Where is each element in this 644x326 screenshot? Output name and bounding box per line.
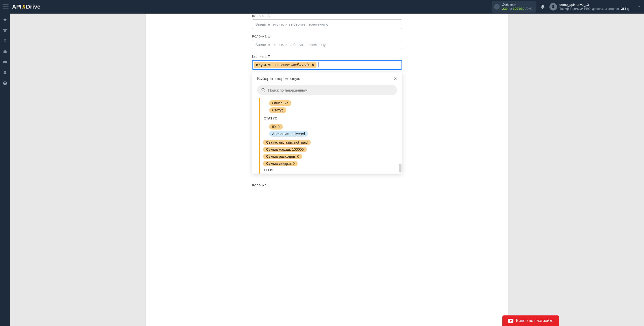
label-column-d: Колонка D — [252, 14, 402, 18]
group-label-tags: ТЕГИ — [264, 168, 396, 172]
home-icon[interactable] — [3, 18, 7, 22]
user-menu[interactable]: demo_apix-drive_s3 Тариф |Премиум PRO| д… — [549, 3, 641, 11]
dropdown-close-icon[interactable]: × — [394, 76, 397, 82]
variable-pill[interactable]: Сумма расходов: 0 — [263, 154, 302, 159]
menu-toggle[interactable] — [3, 5, 9, 9]
logo[interactable]: APIXDrive — [12, 4, 41, 10]
search-icon — [261, 88, 266, 92]
username: demo_apix-drive_s3 — [559, 3, 630, 7]
variable-pill[interactable]: ID: 9 — [269, 124, 283, 130]
help-icon[interactable] — [3, 81, 7, 86]
avatar-icon — [549, 3, 557, 11]
logo-right: Drive — [26, 4, 41, 10]
field-column-d: Колонка D — [252, 14, 402, 29]
variable-pill[interactable]: Сумма скидки: 0 — [263, 161, 298, 166]
scrollbar-thumb[interactable] — [399, 164, 401, 173]
field-column-f: Колонка F KeyCRM | Значение: «delivered»… — [252, 54, 402, 70]
input-column-d[interactable] — [252, 19, 402, 29]
dropdown-search-input[interactable] — [268, 88, 393, 92]
input-column-e[interactable] — [252, 40, 402, 49]
variable-pill-selected[interactable]: Значение: delivered — [269, 131, 308, 137]
topbar: APIXDrive i Действия: 220 из 100'000 (0%… — [0, 0, 644, 14]
field-column-l: Колонка L — [252, 183, 402, 187]
field-column-e: Колонка E — [252, 34, 402, 49]
video-help-button[interactable]: Видео по настройке — [502, 315, 559, 326]
main-content: Колонка D Колонка E Колонка F KeyCRM | З… — [10, 14, 644, 326]
selected-variable-tag[interactable]: KeyCRM | Значение: «delivered» ✕ — [254, 62, 316, 68]
actions-counter[interactable]: i Действия: 220 из 100'000 (0%) — [492, 1, 536, 13]
variable-pill[interactable]: Статус оплаты: not_paid — [263, 140, 311, 145]
youtube-icon[interactable] — [3, 60, 7, 64]
info-icon: i — [494, 4, 500, 10]
label-column-l: Колонка L — [252, 183, 402, 187]
tariff-info: Тариф |Премиум PRO| до оплаты осталось 3… — [559, 7, 630, 11]
dollar-icon[interactable] — [3, 39, 7, 43]
input-column-f[interactable]: KeyCRM | Значение: «delivered» ✕ — [252, 60, 402, 70]
actions-used: 220 — [502, 7, 508, 11]
group-label-status: СТАТУС — [264, 116, 396, 120]
actions-total: 100'000 — [513, 7, 524, 11]
chevron-down-icon — [637, 5, 641, 9]
variable-pill[interactable]: Описание — [269, 100, 291, 106]
variable-pill[interactable]: Статус — [269, 107, 286, 113]
dropdown-body[interactable]: Описание Статус СТАТУС ID: 9 Значение: d… — [252, 98, 402, 174]
tag-remove-icon[interactable]: ✕ — [311, 63, 314, 67]
sidebar — [0, 14, 10, 326]
label-column-f: Колонка F — [252, 54, 402, 59]
youtube-icon — [508, 319, 513, 323]
dropdown-search[interactable] — [257, 85, 397, 95]
logo-left: API — [12, 4, 22, 10]
variable-pill[interactable]: Сумма маржи: 100000 — [263, 147, 307, 152]
actions-label: Действия: — [502, 3, 532, 7]
label-column-e: Колонка E — [252, 34, 402, 38]
variable-dropdown: Выберите переменную × Описание Стату — [252, 72, 402, 174]
text-cursor — [318, 62, 319, 67]
video-help-label: Видео по настройке — [516, 318, 553, 323]
user-icon[interactable] — [3, 70, 7, 75]
dropdown-title: Выберите переменную — [257, 76, 300, 81]
notifications-icon[interactable] — [540, 5, 545, 9]
logo-x-icon: X — [22, 4, 26, 10]
sitemap-icon[interactable] — [3, 28, 7, 33]
briefcase-icon[interactable] — [3, 49, 7, 54]
